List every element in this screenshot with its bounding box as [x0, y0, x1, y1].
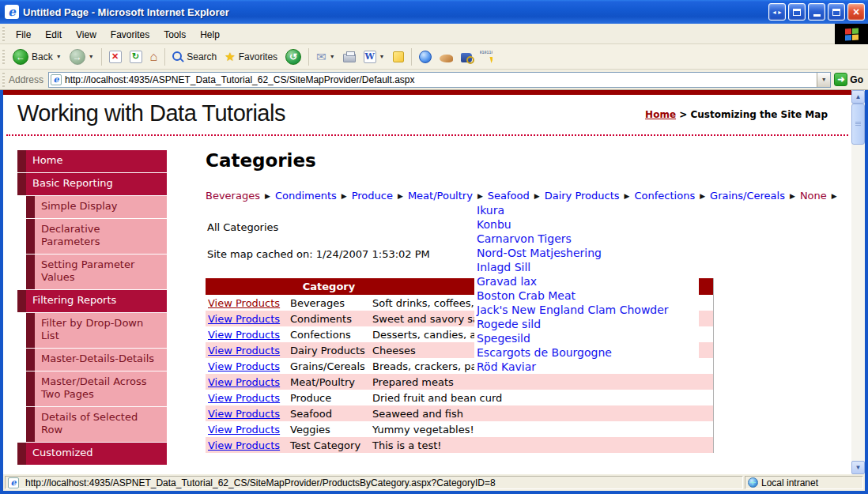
refresh-button[interactable]: ↻ [126, 48, 146, 66]
view-products-link[interactable]: View Products [208, 360, 280, 372]
back-button[interactable]: ← Back ▼ [9, 47, 66, 67]
product-link-jack-s-new-england-clam-chowder[interactable]: Jack's New England Clam Chowder [477, 303, 699, 317]
back-dropdown-icon[interactable]: ▼ [56, 54, 62, 59]
product-link-konbu[interactable]: Konbu [477, 217, 699, 232]
product-link-gravad-lax[interactable]: Gravad lax [477, 274, 699, 288]
menu-arrow-icon: ▶ [477, 192, 483, 200]
address-input[interactable]: e http://localhost:4935/ASPNET_Data_Tuto… [48, 72, 831, 88]
page-icon: e [51, 74, 62, 85]
product-link-rogede-sild[interactable]: Rogede sild [477, 317, 699, 331]
category-menu-item-beverages[interactable]: Beverages [206, 190, 260, 202]
view-products-link[interactable]: View Products [208, 345, 280, 356]
mail-button[interactable]: ✉ ▼ [312, 47, 339, 66]
go-button[interactable]: ➜ Go [831, 73, 868, 86]
sidebar-item-filter-by-drop-down-list[interactable]: Filter by Drop-Down List [26, 313, 167, 348]
product-link-ikura[interactable]: Ikura [477, 203, 699, 217]
category-menu-item-seafood[interactable]: Seafood [488, 190, 530, 202]
menu-view[interactable]: View [69, 26, 104, 43]
menu-help[interactable]: Help [193, 26, 227, 43]
book-search-button[interactable] [457, 49, 476, 65]
view-products-link[interactable]: View Products [208, 392, 280, 404]
scroll-up-button[interactable]: ▲ [851, 90, 865, 104]
all-categories-label: All Categories [207, 221, 278, 233]
edit-with-word-button[interactable]: W ▼ [360, 48, 389, 66]
print-button[interactable] [339, 49, 360, 65]
messenger-button[interactable] [415, 48, 436, 66]
view-products-link[interactable]: View Products [208, 408, 280, 420]
category-menu-item-confections[interactable]: Confections [635, 190, 696, 202]
scroll-down-button[interactable]: ▼ [851, 461, 865, 474]
binary-tool-button[interactable]: 010110100101 [476, 48, 496, 66]
product-link-inlagd-sill[interactable]: Inlagd Sill [477, 260, 699, 274]
vertical-scrollbar[interactable]: ▲ ▼ [851, 90, 865, 474]
view-products-link[interactable]: View Products [208, 297, 280, 309]
view-products-link[interactable]: View Products [208, 376, 280, 388]
home-button[interactable]: ⌂ [146, 47, 162, 66]
ie-throbber [835, 24, 868, 44]
sidebar-item-details-of-selected-row[interactable]: Details of Selected Row [26, 407, 167, 442]
research-icon [440, 55, 453, 62]
research-button[interactable] [436, 49, 457, 65]
view-products-link[interactable]: View Products [208, 439, 280, 451]
product-link-carnarvon-tigers[interactable]: Carnarvon Tigers [477, 232, 699, 246]
status-message: e http://localhost:4935/ASPNET_Data_Tuto… [5, 476, 743, 489]
table-row-seafood: View ProductsSeafoodSeaweed and fish [206, 405, 713, 421]
sidebar-item-customized[interactable]: Customized [17, 443, 167, 465]
category-cell: Meat/Poultry [288, 374, 370, 390]
product-link-r-d-kaviar[interactable]: Röd Kaviar [477, 360, 699, 374]
toolbar-separator [308, 48, 309, 66]
vm-resize-button[interactable]: ◄► [768, 3, 786, 21]
menu-tools[interactable]: Tools [157, 26, 193, 43]
sidebar-item-master-detail-across-two-pages[interactable]: Master/Detail Across Two Pages [26, 371, 167, 406]
address-label: Address [9, 74, 43, 85]
close-button[interactable]: × [847, 3, 865, 21]
category-menu-item-condiments[interactable]: Condiments [275, 190, 337, 202]
product-link-nord-ost-matjeshering[interactable]: Nord-Ost Matjeshering [477, 246, 699, 260]
vm-popout-button[interactable] [788, 3, 806, 21]
maximize-button[interactable] [828, 3, 845, 21]
history-icon: ↺ [285, 49, 301, 65]
category-menu-item-meat-poultry[interactable]: Meat/Poultry [408, 190, 473, 202]
popout-icon [793, 9, 801, 16]
category-menu-item-none[interactable]: None [800, 190, 827, 202]
view-products-link[interactable]: View Products [208, 424, 280, 436]
scrollbar-thumb[interactable] [851, 104, 865, 145]
breadcrumb-separator: > [679, 109, 687, 120]
sidebar-item-setting-parameter-values[interactable]: Setting Parameter Values [26, 255, 167, 289]
page-title: Categories [206, 150, 316, 171]
menu-edit[interactable]: Edit [38, 26, 69, 43]
address-dropdown-button[interactable]: ▼ [817, 73, 830, 87]
discuss-button[interactable] [389, 49, 408, 65]
sidebar: HomeBasic ReportingSimple DisplayDeclara… [17, 150, 167, 466]
view-products-link[interactable]: View Products [208, 313, 280, 325]
menu-file[interactable]: File [9, 26, 38, 43]
search-button[interactable]: Search [168, 49, 221, 65]
table-row-test-category: View ProductsTest CategoryThis is a test… [206, 437, 713, 453]
sidebar-item-basic-reporting[interactable]: Basic Reporting [17, 173, 167, 195]
sidebar-item-declarative-parameters[interactable]: Declarative Parameters [26, 219, 167, 254]
toolbar-grip [2, 27, 5, 41]
category-menu-item-grains-cereals[interactable]: Grains/Cereals [710, 190, 785, 202]
product-link-spegesild[interactable]: Spegesild [477, 331, 699, 345]
category-menu-item-produce[interactable]: Produce [352, 190, 393, 202]
sidebar-item-simple-display[interactable]: Simple Display [26, 196, 167, 218]
view-products-link[interactable]: View Products [208, 329, 280, 341]
sidebar-item-home[interactable]: Home [17, 150, 167, 172]
forward-button[interactable]: → ▼ [66, 47, 98, 67]
page-top-rule [3, 90, 851, 95]
edit-dropdown-icon: ▼ [379, 54, 385, 59]
category-menu-item-dairy-products[interactable]: Dairy Products [545, 190, 620, 202]
home-icon: ⌂ [150, 50, 158, 64]
history-button[interactable]: ↺ [281, 47, 305, 67]
product-link-boston-crab-meat[interactable]: Boston Crab Meat [477, 288, 699, 303]
stop-button[interactable]: ✕ [105, 48, 126, 66]
minimize-button[interactable] [808, 3, 825, 21]
breadcrumb-home-link[interactable]: Home [645, 109, 676, 120]
category-cell: Confections [288, 326, 370, 342]
sidebar-item-filtering-reports[interactable]: Filtering Reports [17, 290, 167, 312]
category-cell: Condiments [288, 311, 370, 326]
product-link-escargots-de-bourgogne[interactable]: Escargots de Bourgogne [477, 345, 699, 360]
menu-favorites[interactable]: Favorites [104, 26, 157, 43]
favorites-button[interactable]: ★ Favorites [221, 47, 281, 66]
sidebar-item-master-details-details[interactable]: Master-Details-Details [26, 349, 167, 371]
